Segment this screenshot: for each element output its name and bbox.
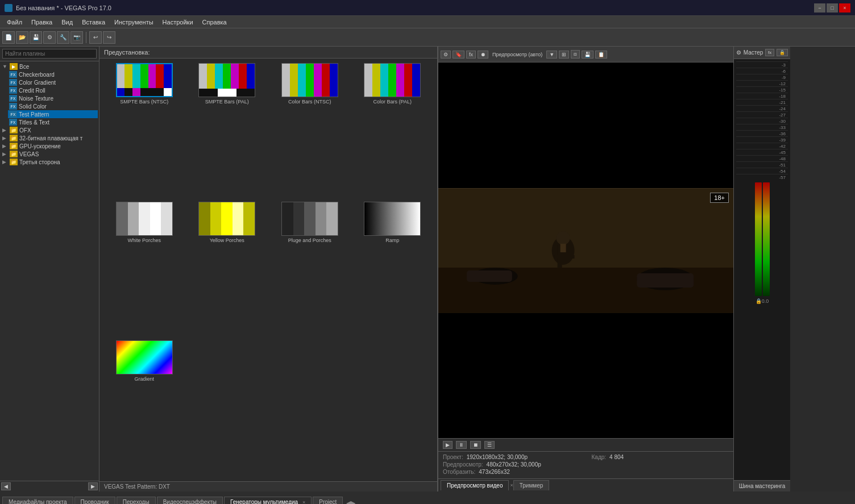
preview-toolbar: ⚙ 🔖 fx ⏺ Предпросмотр (авто) ▼ ⊞ ⧈ 💾 📋 bbox=[438, 47, 733, 63]
menu-edit[interactable]: Правка bbox=[27, 18, 57, 27]
preset-color-bars-ntsc[interactable]: Color Bars (NTSC) bbox=[269, 63, 350, 199]
preview-copy-button[interactable]: 📋 bbox=[595, 51, 607, 59]
capture-button[interactable]: 📷 bbox=[70, 31, 83, 44]
preset-smpte-pal[interactable]: SMPTE Bars (PAL) bbox=[187, 63, 268, 199]
tree-item-vse[interactable]: ▼ ▶ Все bbox=[1, 63, 98, 70]
preview-save-button[interactable]: 💾 bbox=[582, 51, 593, 59]
preview-tabs: Предпросмотр видео × Триммер bbox=[438, 478, 733, 491]
preview-grid-button[interactable]: ⊞ bbox=[559, 51, 569, 59]
close-button[interactable]: × bbox=[839, 3, 850, 13]
minimize-button[interactable]: − bbox=[814, 3, 825, 13]
save-button[interactable]: 💾 bbox=[30, 31, 42, 44]
maximize-button[interactable]: □ bbox=[827, 3, 838, 13]
preview-info-left: Проект: 1920x1080x32; 30,000p Предпросмо… bbox=[443, 454, 580, 476]
master-settings-icon[interactable]: ⚙ bbox=[736, 49, 741, 56]
svg-rect-4 bbox=[555, 255, 575, 258]
preview-record-button[interactable]: ⏺ bbox=[478, 51, 488, 59]
menu-help[interactable]: Справка bbox=[198, 18, 231, 27]
master-lock-button[interactable]: 🔒 bbox=[777, 49, 788, 56]
preset-smpte-ntsc[interactable]: SMPTE Bars (NTSC) bbox=[104, 63, 185, 199]
preset-ramp[interactable]: Ramp bbox=[352, 202, 433, 338]
properties-button[interactable]: 🔧 bbox=[57, 31, 69, 44]
plugin-tree: ▼ ▶ Все FX Checkerboard FX Color Gradien… bbox=[0, 61, 99, 481]
vu-row--39: -39 bbox=[736, 136, 788, 143]
tab-trimmer[interactable]: Триммер bbox=[513, 480, 550, 490]
open-button[interactable]: 📂 bbox=[16, 31, 28, 44]
menu-insert[interactable]: Вставка bbox=[77, 18, 110, 27]
preset-label-yellow-porches: Yellow Porches bbox=[210, 238, 244, 243]
preset-label-white-porches: White Porches bbox=[127, 238, 161, 243]
menu-tools[interactable]: Инструменты bbox=[110, 18, 158, 27]
panel-prev-button[interactable]: ◀ bbox=[1, 482, 11, 490]
tree-item-color-gradient[interactable]: FX Color Gradient bbox=[8, 78, 98, 86]
preset-thumb-ramp bbox=[364, 202, 421, 236]
preset-pluge-porches[interactable]: Pluge and Porches bbox=[269, 202, 350, 338]
preview-fx-button[interactable]: fx bbox=[466, 51, 476, 59]
tab-media[interactable]: Медиафайлы проекта bbox=[2, 497, 73, 504]
tab-video-preview[interactable]: Предпросмотр видео bbox=[441, 480, 509, 490]
preview-split-button[interactable]: ⧈ bbox=[571, 50, 580, 59]
preview-bookmark-button[interactable]: 🔖 bbox=[453, 51, 464, 59]
vu-row--9: -9 bbox=[736, 74, 788, 80]
preview-settings-button[interactable]: ⚙ bbox=[441, 51, 451, 59]
tree-item-test-pattern[interactable]: FX Test Pattern bbox=[8, 110, 98, 118]
tab-arrow-right[interactable]: ▶ bbox=[351, 499, 355, 504]
undo-button[interactable]: ↩ bbox=[89, 31, 102, 44]
tree-item-solid-color[interactable]: FX Solid Color bbox=[8, 102, 98, 110]
tab-media-gen[interactable]: Генераторы мультимедиа × bbox=[224, 497, 312, 504]
tab-video-fx[interactable]: Видеоспецэффекты bbox=[157, 497, 223, 504]
preset-gradient[interactable]: Gradient bbox=[104, 340, 185, 477]
tree-item-credit-roll[interactable]: FX Credit Roll bbox=[8, 86, 98, 94]
preset-white-porches[interactable]: White Porches bbox=[104, 202, 185, 338]
preset-color-bars-pal[interactable]: Color Bars (PAL) bbox=[352, 63, 433, 199]
menu-settings[interactable]: Настройки bbox=[158, 18, 198, 27]
search-input[interactable] bbox=[2, 49, 97, 59]
vu-scale: -3 -6 -9 -12 -15 -18 -21 -24 -27 -30 -33… bbox=[736, 61, 788, 180]
stop-button[interactable]: ⏹ bbox=[470, 441, 481, 449]
redo-button[interactable]: ↪ bbox=[103, 31, 115, 44]
tab-arrow-left[interactable]: ◀ bbox=[346, 499, 351, 504]
tab-project[interactable]: Project bbox=[313, 497, 343, 504]
preview-mode-dropdown[interactable]: ▼ bbox=[546, 51, 557, 59]
tab-close-media-gen[interactable]: × bbox=[302, 499, 305, 504]
vu-bars-container bbox=[755, 182, 770, 296]
preset-thumb-color-bars-ntsc bbox=[281, 63, 338, 97]
vu-row--33: -33 bbox=[736, 124, 788, 130]
vu-row--15: -15 bbox=[736, 86, 788, 93]
tree-item-gpu[interactable]: ▶ 📁 GPU-ускорение bbox=[1, 142, 98, 150]
tab-explorer[interactable]: Проводник bbox=[74, 497, 115, 504]
fx-icon-color-gradient: FX bbox=[9, 79, 17, 86]
project-value: 1920x1080x32; 30,000p bbox=[467, 454, 528, 460]
master-fx-button[interactable]: fx bbox=[765, 49, 774, 56]
fx-icon-checkerboard: FX bbox=[9, 71, 17, 78]
title-bar: Без названия * - VEGAS Pro 17.0 − □ × bbox=[0, 0, 855, 16]
tree-item-32bit[interactable]: ▶ 📁 32-битная плавающая т bbox=[1, 134, 98, 142]
preview-mode-label: Предпросмотр (авто) bbox=[490, 52, 545, 57]
loop-button[interactable]: ☰ bbox=[484, 441, 495, 449]
tree-item-ofx[interactable]: ▶ 📁 OFX bbox=[1, 126, 98, 134]
window-controls[interactable]: − □ × bbox=[814, 3, 850, 13]
new-button[interactable]: 📄 bbox=[2, 31, 15, 44]
vu-values: 0.0 bbox=[762, 298, 769, 304]
tree-item-titles-text[interactable]: FX Titles & Text bbox=[8, 118, 98, 126]
svg-rect-7 bbox=[467, 270, 512, 281]
vu-row--6: -6 bbox=[736, 68, 788, 74]
preset-yellow-porches[interactable]: Yellow Porches bbox=[187, 202, 268, 338]
tree-toggle-32bit: ▶ bbox=[2, 135, 8, 141]
menu-file[interactable]: Файл bbox=[2, 18, 27, 27]
tab-transitions[interactable]: Переходы bbox=[117, 497, 156, 504]
tree-item-third-party[interactable]: ▶ 📁 Третья сторона bbox=[1, 158, 98, 166]
tree-item-vegas[interactable]: ▶ 📁 VEGAS bbox=[1, 150, 98, 158]
tree-item-checkerboard[interactable]: FX Checkerboard bbox=[8, 70, 98, 78]
menu-view[interactable]: Вид bbox=[57, 18, 77, 27]
fx-group: FX Checkerboard FX Color Gradient FX Cre… bbox=[1, 70, 98, 126]
panel-next-button[interactable]: ▶ bbox=[88, 482, 98, 490]
render-button[interactable]: ⚙ bbox=[43, 31, 56, 44]
project-label: Проект: bbox=[443, 454, 463, 460]
vu-row--27: -27 bbox=[736, 111, 788, 118]
pause-button[interactable]: ⏸ bbox=[456, 441, 467, 449]
tree-label-color-gradient: Color Gradient bbox=[19, 80, 56, 86]
tree-label-titles-text: Titles & Text bbox=[19, 119, 49, 126]
play-button[interactable]: ▶ bbox=[443, 441, 453, 449]
tree-item-noise-texture[interactable]: FX Noise Texture bbox=[8, 94, 98, 102]
